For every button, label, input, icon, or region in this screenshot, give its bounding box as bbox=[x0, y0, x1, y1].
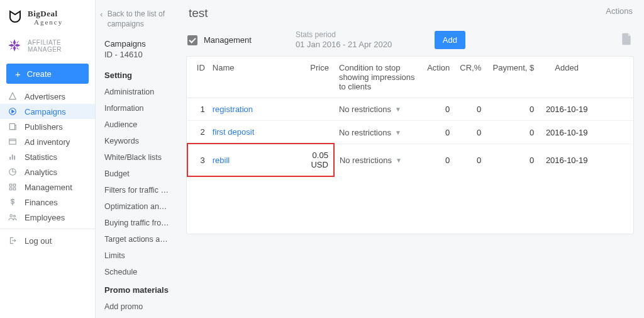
settings-title: Setting bbox=[96, 65, 179, 84]
analytics-icon bbox=[8, 168, 18, 176]
svg-rect-9 bbox=[9, 139, 16, 144]
cell-condition[interactable]: No restrictions▼ bbox=[334, 121, 420, 144]
setting-item[interactable]: Target actions and re... bbox=[96, 231, 179, 247]
cell-payment: 0 bbox=[486, 121, 539, 144]
nav-analytics[interactable]: Analytics bbox=[0, 164, 95, 179]
cell-price bbox=[292, 121, 334, 144]
nav-label: Management bbox=[25, 183, 72, 192]
setting-item[interactable]: Optimization and rules bbox=[96, 198, 179, 215]
svg-rect-15 bbox=[13, 184, 16, 186]
target-actions-title: Target actions bbox=[96, 315, 179, 318]
table-row: 1registrationNo restrictions▼0002016-10-… bbox=[187, 98, 633, 121]
chevron-left-icon: ‹ bbox=[99, 9, 104, 20]
setting-item[interactable]: Information bbox=[96, 100, 179, 116]
management-label: Management bbox=[204, 35, 252, 45]
setting-item[interactable]: Administration bbox=[96, 84, 179, 100]
cell-name: registration bbox=[208, 98, 292, 121]
setting-item[interactable]: White/Black lists bbox=[96, 149, 179, 166]
chevron-down-icon: ▼ bbox=[396, 157, 402, 164]
table-panel: ID Name Price Condition to stop showing … bbox=[186, 56, 634, 234]
cell-cr: 0 bbox=[455, 98, 486, 121]
nav-label: Ad inventory bbox=[25, 137, 70, 147]
actions-link[interactable]: Actions bbox=[606, 6, 633, 16]
th-action: Action bbox=[420, 57, 455, 98]
add-button[interactable]: Add bbox=[435, 31, 465, 49]
nav-statistics[interactable]: Statistics bbox=[0, 149, 95, 164]
setting-item[interactable]: Filters for traffic sour... bbox=[96, 182, 179, 198]
brand-line1: BigDeal bbox=[28, 9, 58, 18]
cell-payment: 0 bbox=[486, 98, 539, 121]
sub-id: ID - 14610 bbox=[96, 50, 179, 65]
management-toggle[interactable]: Management bbox=[187, 35, 252, 45]
toolbar: Management Stats period 01 Jan 2016 - 21… bbox=[186, 25, 634, 56]
nav-advertisers[interactable]: Advertisers bbox=[0, 89, 95, 104]
row-name-link[interactable]: registration bbox=[213, 105, 253, 114]
nav-management[interactable]: Management bbox=[0, 179, 95, 195]
table-padding bbox=[187, 177, 633, 234]
svg-marker-5 bbox=[16, 40, 19, 43]
svg-rect-11 bbox=[12, 155, 13, 160]
cell-action: 0 bbox=[420, 121, 455, 144]
setting-item[interactable]: Audience bbox=[96, 116, 179, 133]
nav-label: Analytics bbox=[25, 168, 57, 177]
svg-rect-17 bbox=[13, 188, 16, 190]
nav-finances[interactable]: Finances bbox=[0, 195, 95, 210]
cell-name: rebill bbox=[208, 144, 292, 176]
stats-period[interactable]: Stats period 01 Jan 2016 - 21 Apr 2020 bbox=[296, 30, 392, 50]
setting-item[interactable]: Schedule bbox=[96, 264, 179, 280]
management-icon bbox=[8, 183, 18, 191]
cell-name: first deposit bbox=[208, 121, 292, 144]
table-header-row: ID Name Price Condition to stop showing … bbox=[187, 57, 633, 98]
logout-nav: Log out bbox=[0, 233, 95, 318]
nav-employees[interactable]: Employees bbox=[0, 210, 95, 225]
svg-rect-14 bbox=[9, 184, 12, 186]
setting-item[interactable]: Limits bbox=[96, 247, 179, 264]
th-price: Price bbox=[292, 57, 334, 98]
campaigns-icon bbox=[8, 107, 18, 116]
publishers-icon bbox=[8, 122, 18, 131]
setting-item[interactable]: Buying traffic from S... bbox=[96, 215, 179, 231]
cell-price bbox=[292, 98, 334, 121]
promo-title: Promo materials bbox=[96, 280, 179, 298]
main: test Actions Management Stats period 01 … bbox=[179, 0, 644, 318]
cell-action: 0 bbox=[420, 98, 455, 121]
cell-added: 2016-10-19 bbox=[539, 144, 633, 176]
row-name-link[interactable]: rebill bbox=[213, 156, 230, 165]
checkbox-checked-icon bbox=[187, 35, 197, 45]
document-icon[interactable] bbox=[621, 33, 631, 47]
nav-campaigns[interactable]: Campaigns bbox=[0, 104, 95, 119]
cell-condition[interactable]: No restrictions▼ bbox=[334, 144, 420, 176]
nav-adinventory[interactable]: Ad inventory bbox=[0, 134, 95, 149]
statistics-icon bbox=[8, 152, 18, 161]
th-added: Added bbox=[539, 57, 633, 98]
create-button[interactable]: + Create bbox=[6, 64, 89, 84]
settings-list: AdministrationInformationAudienceKeyword… bbox=[96, 84, 179, 280]
setting-item[interactable]: Budget bbox=[96, 166, 179, 182]
cell-cr: 0 bbox=[455, 121, 486, 144]
cell-payment: 0 bbox=[486, 144, 539, 176]
nav-publishers[interactable]: Publishers bbox=[0, 119, 95, 134]
logout-icon bbox=[8, 236, 18, 245]
th-cond: Condition to stop showing impressions to… bbox=[334, 57, 420, 98]
th-pay: Payment, $ bbox=[486, 57, 539, 98]
target-actions-table: ID Name Price Condition to stop showing … bbox=[187, 57, 633, 177]
nav-logout[interactable]: Log out bbox=[0, 233, 95, 248]
main-header: test Actions bbox=[186, 5, 634, 25]
cell-id: 2 bbox=[187, 121, 208, 144]
cell-id: 1 bbox=[187, 98, 208, 121]
th-name: Name bbox=[208, 57, 292, 98]
employees-icon bbox=[8, 213, 18, 222]
scrollbar[interactable] bbox=[175, 3, 178, 315]
table-row: 2first depositNo restrictions▼0002016-10… bbox=[187, 121, 633, 144]
svg-marker-6 bbox=[9, 47, 12, 50]
affiliate-label: AFFILIATE MANAGER bbox=[28, 39, 89, 53]
setting-item[interactable]: Keywords bbox=[96, 133, 179, 149]
back-label: Back to the list of campaigns bbox=[108, 9, 171, 29]
table-row: 3rebill0.05 USDNo restrictions▼0002016-1… bbox=[187, 144, 633, 176]
nav-label: Campaigns bbox=[25, 107, 66, 116]
cell-condition[interactable]: No restrictions▼ bbox=[334, 98, 420, 121]
row-name-link[interactable]: first deposit bbox=[213, 127, 254, 137]
back-link[interactable]: ‹ Back to the list of campaigns bbox=[96, 6, 179, 37]
add-promo[interactable]: Add promo bbox=[96, 298, 179, 315]
svg-rect-16 bbox=[9, 188, 12, 190]
